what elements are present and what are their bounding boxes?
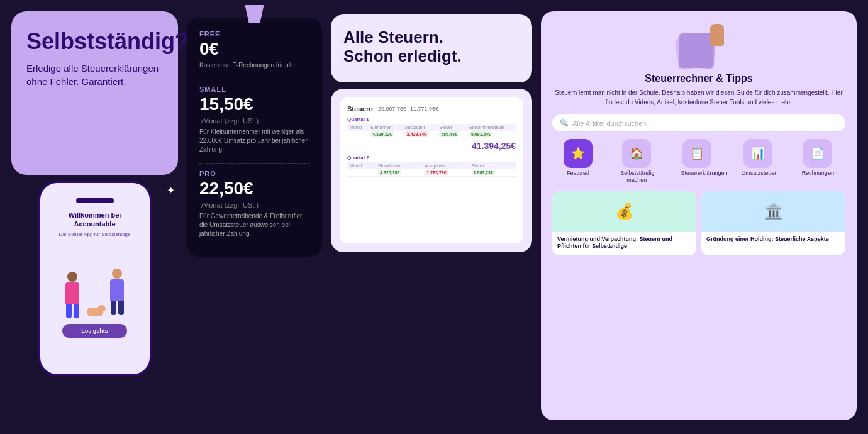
table-row: 4.320,15€ 1.783,79€ 1.983,23€: [347, 169, 516, 177]
article-img-1: 💰: [552, 191, 696, 232]
tier-pro-label: PRO: [199, 170, 309, 177]
tier-free-price: 0€: [199, 39, 219, 59]
person-1-head: [67, 272, 77, 282]
person-1-leg-right: [74, 304, 79, 318]
pricing-divider-2: [199, 163, 309, 164]
category-selbststandig[interactable]: 🏠 Selbstständig machen: [620, 139, 653, 184]
category-row: ⭐ Featured 🏠 Selbstständig machen 📋 Steu…: [552, 139, 845, 184]
big-amount: 41.394,25€: [347, 141, 516, 151]
phone-mockup: Willkommen bei Accountable Die Steuer Ap…: [38, 181, 152, 376]
phone-notch: [76, 198, 114, 203]
tier-free-label: FREE: [199, 30, 309, 38]
tier-small-suffix: /Monat (zzgl. USt.): [201, 117, 259, 125]
article-text-1: Vermietung und Verpachtung: Steuern und …: [552, 232, 696, 250]
dashboard-header: Steuern 20.907,76€ 11.771,96€: [347, 105, 516, 113]
hero-card: Selbstständig? Erledige alle Steuererklä…: [11, 11, 178, 175]
phone-section: ✦ ✦ ✦ Willkommen bei Accountable Die Ste…: [11, 181, 178, 423]
article-card-2[interactable]: 🏛️ Gründung einer Holding: Steuerliche A…: [701, 191, 845, 255]
dashboard-title: Steuern: [347, 105, 373, 113]
person-2: [106, 269, 128, 319]
doc-hand: [710, 24, 724, 46]
article-text-2: Gründung einer Holding: Steuerliche Aspe…: [701, 232, 845, 243]
steuerrechner-title: Steuerrechner & Tipps: [552, 73, 845, 84]
featured-label: Featured: [567, 170, 589, 177]
steuerrechner-card: Steuerrechner & Tipps Steuern lernt man …: [541, 11, 857, 420]
person-2-leg-left: [111, 301, 116, 315]
rechnungen-icon: 📄: [803, 139, 832, 168]
dog: [87, 308, 103, 319]
quart1-label: Quartal 1: [347, 116, 516, 122]
person-1-body: [65, 282, 79, 304]
dog-head: [97, 305, 105, 311]
person-1-legs: [62, 304, 84, 318]
search-icon: 🔍: [560, 119, 569, 127]
taxes-header-card: Alle Steuern. Schon erledigt.: [331, 14, 532, 82]
quart2-label: Quartal 2: [347, 155, 516, 160]
pricing-divider-1: [199, 79, 309, 79]
taxes-headline: Alle Steuern. Schon erledigt.: [343, 28, 520, 66]
dashboard-table-q1: MonatEinnahmenAusgabenSteuerEinkommenste…: [347, 124, 516, 138]
tier-pro-desc: Für Gewerbetreibende & Freiberufler, die…: [199, 212, 309, 238]
column-1: Selbstständig? Erledige alle Steuererklä…: [11, 11, 178, 423]
tier-pro-suffix: /Monat (zzgl. USt.): [201, 201, 259, 209]
doc-front: [679, 33, 713, 68]
steuererklaerungen-label: Steuererklärungen: [681, 170, 713, 177]
umsatzsteuer-icon: 📊: [743, 139, 772, 168]
selbststandig-label: Selbstständig machen: [620, 170, 653, 184]
doc-pile: [674, 24, 724, 68]
amount-cell: 586,44€: [439, 131, 459, 137]
featured-icon: ⭐: [564, 139, 593, 168]
person-1-leg-left: [66, 304, 72, 318]
umsatzsteuer-label: Umsatzsteuer: [742, 170, 774, 177]
search-bar[interactable]: 🔍 Alle Artikel durchsuchen: [552, 114, 845, 131]
selbststandig-icon: 🏠: [622, 139, 651, 168]
amount-cell: 2.439,34€: [405, 131, 428, 137]
amount-cell: 1.983,23€: [472, 170, 495, 175]
phone-app-subtitle: Die Steuer App für Selbständige: [59, 231, 131, 237]
pricing-tier-small: SMALL 15,50€ /Monat (zzgl. USt.) Für Kle…: [199, 86, 309, 154]
tier-pro-price: 22,50€: [199, 179, 253, 199]
person-2-leg-right: [118, 301, 124, 315]
steuerrechner-image: [674, 24, 724, 68]
person-2-body: [110, 279, 124, 301]
tier-small-price: 15,50€: [199, 94, 253, 114]
phone-cta-button[interactable]: Los gehts: [62, 324, 127, 338]
table-row: 4.320,12€ 2.439,34€ 586,44€ 9.981,64€: [347, 131, 516, 138]
article-grid: 💰 Vermietung und Verpachtung: Steuern un…: [552, 191, 845, 255]
sparkle-icon-3: ✦: [167, 184, 175, 196]
category-featured[interactable]: ⭐ Featured: [564, 139, 593, 184]
person-2-head: [112, 269, 122, 279]
category-umsatzsteuer[interactable]: 📊 Umsatzsteuer: [742, 139, 774, 184]
rechnungen-label: Rechnungen: [802, 170, 834, 177]
steuererklaerungen-icon: 📋: [682, 139, 711, 168]
article-img-2: 🏛️: [701, 191, 845, 232]
dashboard-table-q2: MonatEinnahmenAusgabenSteuer 4.320,15€ 1…: [347, 162, 516, 177]
column-2-pricing: FREE 0€ Kostenlose E-Rechnungen für alle…: [187, 11, 322, 423]
tier-small-desc: Für Kleinunternehmer mit weniger als 22.…: [199, 128, 309, 154]
pricing-card: FREE 0€ Kostenlose E-Rechnungen für alle…: [187, 18, 322, 257]
column-3-taxes: Alle Steuern. Schon erledigt. Steuern 20…: [331, 11, 532, 423]
steuerrechner-desc: Steuern lernt man nicht in der Schule. D…: [552, 88, 845, 107]
person-2-legs: [106, 301, 128, 315]
hero-subtext: Erledige alle Steuererklärungen ohne Feh…: [26, 62, 163, 88]
amount-cell: 9.981,64€: [469, 131, 492, 137]
amount-cell: 4.320,15€: [378, 170, 401, 175]
table-row: MonatEinnahmenAusgabenSteuer: [347, 162, 516, 169]
column-4-steuerrechner: Steuerrechner & Tipps Steuern lernt man …: [541, 11, 857, 423]
person-1: [62, 272, 84, 319]
dashboard-inner: Steuern 20.907,76€ 11.771,96€ Quartal 1 …: [340, 97, 523, 243]
article-card-1[interactable]: 💰 Vermietung und Verpachtung: Steuern un…: [552, 191, 696, 255]
hero-headline: Selbstständig?: [26, 29, 163, 54]
category-rechnungen[interactable]: 📄 Rechnungen: [802, 139, 834, 184]
search-placeholder: Alle Artikel durchsuchen: [572, 120, 646, 127]
dashboard-card: Steuern 20.907,76€ 11.771,96€ Quartal 1 …: [331, 89, 532, 252]
phone-app-title: Willkommen bei Accountable: [49, 211, 141, 229]
amount-cell: 1.783,79€: [425, 170, 448, 175]
category-steuererklaerungen[interactable]: 📋 Steuererklärungen: [681, 139, 713, 184]
steuerrechner-header: Steuerrechner & Tipps Steuern lernt man …: [552, 24, 845, 107]
amount-cell: 4.320,12€: [370, 131, 394, 137]
tier-free-desc: Kostenlose E-Rechnungen für alle: [199, 61, 309, 70]
dashboard-amounts: 20.907,76€ 11.771,96€: [378, 106, 438, 112]
table-row: MonatEinnahmenAusgabenSteuerEinkommenste…: [347, 124, 516, 131]
tier-small-label: SMALL: [199, 86, 309, 93]
